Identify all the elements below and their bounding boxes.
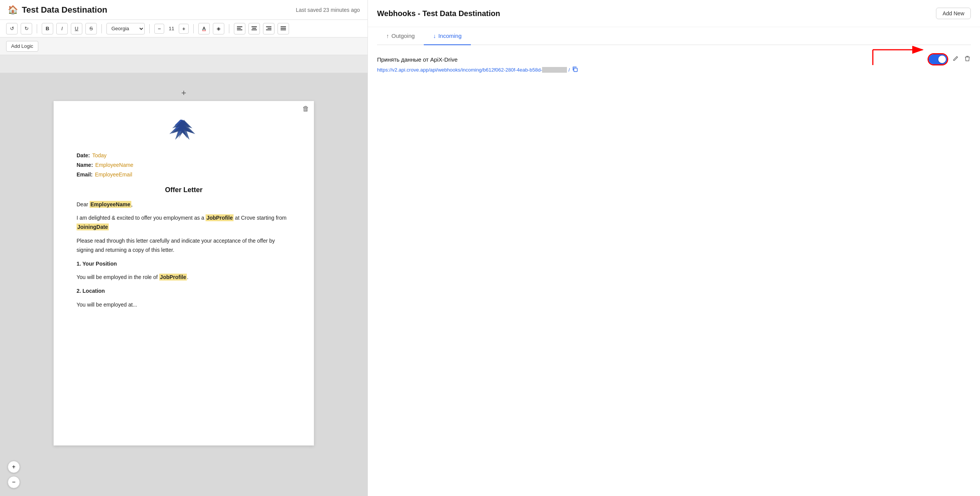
delete-page-icon[interactable]: 🗑 — [302, 105, 309, 113]
tab-incoming[interactable]: ↓ Incoming — [424, 27, 470, 44]
webhook-url-text: https://v2.api.crove.app/api/webhooks/in… — [377, 67, 570, 73]
toolbar: ↺ ↻ B I U S Georgia − 11 + A ◈ — [0, 20, 368, 38]
section1-role: JobProfile — [159, 274, 187, 281]
webhooks-header: Webhooks - Test Data Destination Add New — [368, 0, 980, 27]
toolbar-divider-2 — [101, 24, 102, 33]
svg-rect-6 — [252, 29, 257, 30]
redo-button[interactable]: ↻ — [21, 23, 32, 34]
toggle-track — [929, 54, 947, 64]
webhooks-content: Принять данные от ApiX-Drive — [368, 45, 980, 496]
bold-button[interactable]: B — [42, 23, 53, 34]
outgoing-icon: ↑ — [386, 33, 389, 39]
email-value: EmployeeEmail — [95, 170, 132, 179]
toggle-thumb — [938, 55, 946, 63]
align-justify-button[interactable] — [278, 23, 289, 34]
increase-font-button[interactable]: + — [179, 24, 189, 34]
document-title: Test Data Destination — [22, 5, 107, 15]
svg-rect-9 — [268, 28, 271, 29]
incoming-icon: ↓ — [433, 33, 436, 39]
name-row: Name: EmployeeName — [77, 160, 291, 170]
underline-button[interactable]: U — [71, 23, 82, 34]
name-label: Name: — [77, 160, 93, 170]
svg-rect-10 — [266, 29, 271, 30]
undo-button[interactable]: ↺ — [6, 23, 18, 34]
zoom-in-button[interactable]: + — [8, 461, 20, 473]
document-canvas: + 🗑 Date: Today — [0, 73, 368, 496]
section1-title-text: 1. Your Position — [77, 261, 117, 267]
copy-url-icon[interactable] — [572, 67, 578, 73]
delete-webhook-button[interactable] — [964, 55, 971, 64]
outgoing-label: Outgoing — [392, 33, 415, 39]
date-row: Date: Today — [77, 151, 291, 160]
email-row: Email: EmployeeEmail — [77, 170, 291, 179]
body-paragraph-2: Please read through this letter carefull… — [77, 237, 291, 255]
name-value: EmployeeName — [95, 160, 134, 170]
svg-rect-14 — [281, 29, 286, 30]
align-right-button[interactable] — [263, 23, 274, 34]
toolbar-divider-3 — [149, 24, 150, 33]
font-size-control: − 11 + — [154, 24, 189, 34]
add-logic-button[interactable]: Add Logic — [6, 41, 38, 52]
webhooks-panel: Webhooks - Test Data Destination Add New… — [368, 0, 980, 496]
body-paragraph-1: I am delighted & excited to offer you em… — [77, 214, 291, 232]
section2-title: 2. Location — [77, 287, 291, 296]
align-left-button[interactable] — [234, 23, 245, 34]
font-size-value: 11 — [166, 26, 177, 31]
svg-rect-4 — [252, 26, 257, 27]
offer-letter-heading: Offer Letter — [77, 186, 291, 194]
salutation-name: EmployeeName — [90, 201, 131, 208]
svg-rect-2 — [237, 29, 242, 30]
logic-area: Add Logic — [0, 38, 368, 55]
editor-panel: 🏠 Test Data Destination Last saved 23 mi… — [0, 0, 368, 496]
date-value: Today — [92, 151, 106, 160]
font-color-button[interactable]: A — [198, 23, 210, 34]
date-label: Date: — [77, 151, 90, 160]
webhook-top-row: Принять данные от ApiX-Drive — [377, 54, 971, 64]
svg-rect-8 — [266, 26, 271, 27]
document-body: Dear EmployeeName, I am delighted & exci… — [77, 200, 291, 310]
webhooks-title: Webhooks - Test Data Destination — [377, 9, 500, 18]
webhook-item: Принять данные от ApiX-Drive — [377, 54, 971, 73]
edit-webhook-button[interactable] — [952, 55, 959, 64]
svg-rect-5 — [252, 28, 256, 29]
svg-rect-1 — [237, 28, 241, 29]
toolbar-divider-5 — [229, 24, 229, 33]
home-icon[interactable]: 🏠 — [8, 5, 18, 15]
toolbar-divider-4 — [193, 24, 194, 33]
body1-cont: at Crove starting from — [234, 215, 287, 221]
section2-body: You will be employed at... — [77, 300, 291, 310]
font-family-select[interactable]: Georgia — [106, 23, 145, 34]
svg-rect-12 — [281, 26, 286, 27]
section1-body: You will be employed in the role of JobP… — [77, 273, 291, 282]
incoming-label: Incoming — [438, 33, 462, 39]
add-row-icon[interactable]: + — [181, 88, 186, 98]
svg-rect-13 — [281, 28, 286, 29]
strikethrough-button[interactable]: S — [85, 23, 97, 34]
italic-button[interactable]: I — [56, 23, 68, 34]
document-meta: Date: Today Name: EmployeeName Email: Em… — [77, 151, 291, 180]
editor-title: 🏠 Test Data Destination — [8, 5, 107, 15]
document-page: 🗑 Date: Today Name: — [54, 101, 314, 445]
highlight-button[interactable]: ◈ — [213, 23, 224, 34]
webhook-controls — [929, 54, 971, 64]
salutation-text: Dear — [77, 201, 90, 207]
job-profile-highlight: JobProfile — [206, 214, 233, 221]
toggle-enabled[interactable] — [929, 54, 947, 64]
zoom-controls: + − — [8, 461, 20, 488]
email-label: Email: — [77, 170, 93, 179]
add-new-button[interactable]: Add New — [936, 8, 971, 19]
joining-date-highlight: JoiningDate — [77, 224, 109, 230]
webhook-name: Принять данные от ApiX-Drive — [377, 56, 929, 63]
editor-header: 🏠 Test Data Destination Last saved 23 mi… — [0, 0, 368, 20]
section1-title: 1. Your Position — [77, 259, 291, 269]
tabs-row: ↑ Outgoing ↓ Incoming — [377, 27, 971, 45]
salutation-paragraph: Dear EmployeeName, — [77, 200, 291, 209]
toolbar-divider-1 — [37, 24, 37, 33]
bird-illustration — [77, 116, 291, 143]
zoom-out-button[interactable]: − — [8, 476, 20, 488]
align-center-button[interactable] — [248, 23, 260, 34]
webhook-url: https://v2.api.crove.app/api/webhooks/in… — [377, 67, 971, 73]
tab-outgoing[interactable]: ↑ Outgoing — [377, 27, 424, 44]
decrease-font-button[interactable]: − — [154, 24, 164, 34]
svg-rect-0 — [237, 26, 242, 27]
